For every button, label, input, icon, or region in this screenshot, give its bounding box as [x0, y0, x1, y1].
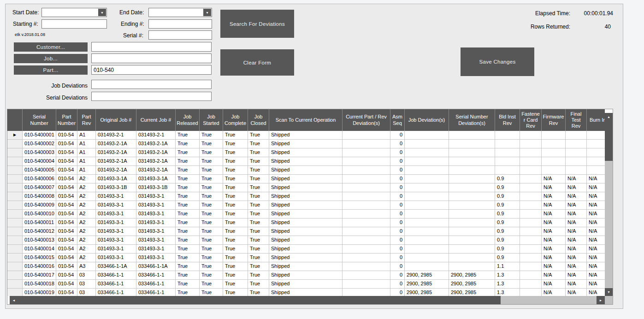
- cell[interactable]: A1: [77, 157, 96, 166]
- row-selector[interactable]: [7, 183, 23, 192]
- cell[interactable]: 010-54: [56, 131, 77, 140]
- cell[interactable]: Shipped: [269, 254, 343, 262]
- cell[interactable]: True: [223, 157, 248, 166]
- cell[interactable]: True: [248, 157, 269, 166]
- cell[interactable]: 010-54: [56, 157, 77, 166]
- cell[interactable]: [405, 148, 449, 157]
- cell[interactable]: [405, 254, 449, 262]
- cell[interactable]: [566, 148, 587, 157]
- cell[interactable]: [495, 166, 520, 175]
- start-date-value[interactable]: [42, 8, 98, 17]
- cell[interactable]: [343, 201, 390, 210]
- cell[interactable]: Shipped: [269, 271, 343, 280]
- cell[interactable]: 010-54: [56, 175, 77, 183]
- cell[interactable]: 031493-3-1: [96, 210, 136, 219]
- cell[interactable]: 010-5400012: [23, 227, 56, 236]
- cell[interactable]: 0: [390, 183, 405, 192]
- cell[interactable]: 0.9: [495, 254, 520, 262]
- cell[interactable]: 031493-3-1: [96, 192, 136, 201]
- chevron-down-icon[interactable]: ▼: [203, 8, 212, 17]
- cell[interactable]: 031493-3-1A: [136, 175, 176, 183]
- cell[interactable]: 033466-1-1: [136, 271, 176, 280]
- cell[interactable]: A2: [77, 236, 96, 245]
- cell[interactable]: 010-54: [56, 219, 77, 227]
- cell[interactable]: [542, 166, 566, 175]
- cell[interactable]: A2: [77, 245, 96, 254]
- cell[interactable]: N/A: [587, 210, 605, 219]
- cell[interactable]: [405, 245, 449, 254]
- cell[interactable]: [587, 148, 605, 157]
- table-row[interactable]: 010-5400010010-54A2031493-3-1031493-3-1T…: [7, 210, 605, 219]
- column-header[interactable]: Serial Number: [23, 109, 56, 131]
- cell[interactable]: [542, 140, 566, 148]
- cell[interactable]: [405, 157, 449, 166]
- cell[interactable]: [343, 140, 390, 148]
- cell[interactable]: [405, 236, 449, 245]
- column-header[interactable]: Job Released: [176, 109, 200, 131]
- cell[interactable]: 031493-3-1: [96, 219, 136, 227]
- cell[interactable]: Shipped: [269, 131, 343, 140]
- cell[interactable]: 031493-3-1: [136, 245, 176, 254]
- cell[interactable]: [449, 210, 495, 219]
- cell[interactable]: 0: [390, 254, 405, 262]
- cell[interactable]: A2: [77, 192, 96, 201]
- cell[interactable]: True: [223, 280, 248, 289]
- cell[interactable]: [520, 201, 542, 210]
- cell[interactable]: [343, 131, 390, 140]
- cell[interactable]: [405, 262, 449, 271]
- cell[interactable]: True: [176, 254, 200, 262]
- cell[interactable]: 010-5400013: [23, 236, 56, 245]
- cell[interactable]: True: [248, 271, 269, 280]
- cell[interactable]: True: [200, 166, 223, 175]
- table-row[interactable]: 010-5400006010-54A2031493-3-1A031493-3-1…: [7, 175, 605, 183]
- cell[interactable]: [405, 219, 449, 227]
- column-header[interactable]: Current Part / Rev Deviation(s): [343, 109, 390, 131]
- cell[interactable]: Shipped: [269, 236, 343, 245]
- table-row[interactable]: 010-5400016010-54A3033466-1-1A033466-1-1…: [7, 262, 605, 271]
- clear-form-button[interactable]: Clear Form: [220, 49, 294, 76]
- column-header[interactable]: Asm Seq: [390, 109, 405, 131]
- starting-num-input[interactable]: [41, 19, 107, 29]
- cell[interactable]: 0.9: [495, 183, 520, 192]
- cell[interactable]: A1: [77, 166, 96, 175]
- cell[interactable]: 010-5400017: [23, 271, 56, 280]
- cell[interactable]: N/A: [542, 219, 566, 227]
- cell[interactable]: 0: [390, 192, 405, 201]
- cell[interactable]: [343, 245, 390, 254]
- cell[interactable]: True: [176, 245, 200, 254]
- row-selector[interactable]: [7, 289, 23, 296]
- cell[interactable]: True: [248, 289, 269, 296]
- cell[interactable]: True: [200, 271, 223, 280]
- cell[interactable]: Shipped: [269, 192, 343, 201]
- cell[interactable]: [566, 131, 587, 140]
- cell[interactable]: 010-5400011: [23, 219, 56, 227]
- cell[interactable]: [405, 227, 449, 236]
- cell[interactable]: 1.3: [495, 280, 520, 289]
- cell[interactable]: 010-5400007: [23, 183, 56, 192]
- cell[interactable]: [449, 201, 495, 210]
- row-selector[interactable]: [7, 236, 23, 245]
- cell[interactable]: 033466-1-1A: [96, 262, 136, 271]
- cell[interactable]: True: [200, 157, 223, 166]
- cell[interactable]: 033466-1-1: [96, 289, 136, 296]
- cell[interactable]: 031493-3-1A: [96, 175, 136, 183]
- cell[interactable]: True: [200, 254, 223, 262]
- cell[interactable]: A2: [77, 227, 96, 236]
- column-header[interactable]: Original Job #: [96, 109, 136, 131]
- cell[interactable]: True: [200, 280, 223, 289]
- cell[interactable]: True: [176, 148, 200, 157]
- row-selector[interactable]: [7, 201, 23, 210]
- cell[interactable]: 031493-2-1A: [136, 140, 176, 148]
- cell[interactable]: 031493-3-1: [96, 254, 136, 262]
- table-row[interactable]: 010-5400019010-5403033466-1-1033466-1-1T…: [7, 289, 605, 296]
- cell[interactable]: [343, 148, 390, 157]
- cell[interactable]: True: [248, 201, 269, 210]
- cell[interactable]: 010-54: [56, 236, 77, 245]
- cell[interactable]: Shipped: [269, 262, 343, 271]
- cell[interactable]: 1.1: [495, 262, 520, 271]
- cell[interactable]: True: [248, 131, 269, 140]
- cell[interactable]: [405, 210, 449, 219]
- cell[interactable]: True: [248, 166, 269, 175]
- cell[interactable]: [449, 131, 495, 140]
- search-for-deviations-button[interactable]: Search For Deviations: [220, 10, 294, 38]
